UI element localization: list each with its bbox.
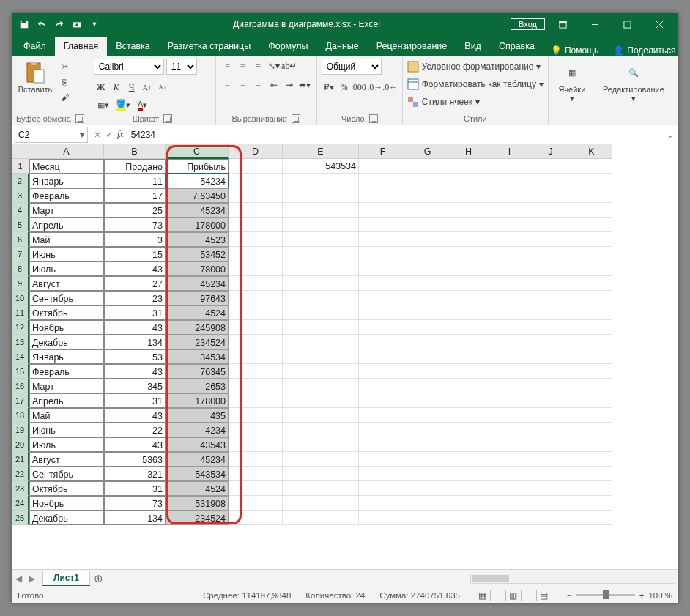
cell[interactable] (229, 452, 283, 467)
cell[interactable] (571, 335, 612, 349)
cell[interactable] (571, 291, 612, 305)
cell[interactable] (448, 335, 489, 349)
currency-icon[interactable]: ₽▾ (322, 80, 336, 94)
cell[interactable] (283, 320, 359, 335)
col-head-I[interactable]: I (489, 144, 530, 159)
cell[interactable] (229, 349, 283, 364)
cell[interactable] (283, 379, 359, 393)
font-size-select[interactable]: 11 (166, 59, 197, 75)
cell[interactable] (407, 159, 448, 174)
align-bottom-icon[interactable]: ≡ (251, 59, 266, 73)
cell[interactable]: 97643 (166, 291, 229, 305)
cell[interactable] (530, 408, 571, 423)
cell[interactable]: 15 (104, 247, 166, 261)
maximize-icon[interactable] (612, 14, 642, 34)
cell[interactable] (448, 452, 489, 467)
view-normal-icon[interactable]: ▦ (475, 590, 491, 601)
cell[interactable] (571, 379, 612, 393)
cell[interactable] (571, 188, 612, 203)
cell[interactable] (229, 437, 283, 452)
font-launcher[interactable] (163, 114, 172, 123)
cell[interactable] (229, 261, 283, 276)
cell[interactable] (407, 423, 448, 437)
cell[interactable] (359, 364, 407, 379)
align-center-icon[interactable]: ≡ (236, 78, 251, 92)
cell[interactable] (407, 335, 448, 349)
cell[interactable] (229, 159, 283, 174)
cell[interactable] (571, 364, 612, 379)
cell[interactable] (448, 437, 489, 452)
cell[interactable]: Апрель (29, 393, 104, 408)
clipboard-launcher[interactable] (75, 114, 84, 123)
cell[interactable]: 17 (104, 188, 166, 203)
cell[interactable]: 245908 (166, 320, 229, 335)
cell[interactable]: 31 (104, 393, 166, 408)
cell[interactable] (283, 247, 359, 261)
cell[interactable] (229, 232, 283, 247)
cell[interactable]: 178000 (166, 218, 229, 232)
cell[interactable] (489, 335, 530, 349)
cell[interactable]: 234524 (166, 335, 229, 349)
cell[interactable] (407, 379, 448, 393)
cell[interactable]: 53452 (166, 247, 229, 261)
cell[interactable] (283, 188, 359, 203)
cell[interactable] (489, 452, 530, 467)
cell[interactable]: Ноябрь (29, 496, 104, 511)
align-top-icon[interactable]: ≡ (220, 59, 235, 73)
row-head[interactable]: 19 (12, 423, 29, 437)
orientation-icon[interactable]: ⤡▾ (267, 59, 281, 73)
cell[interactable]: 5363 (104, 452, 166, 467)
font-color-icon[interactable]: A▾ (133, 97, 152, 112)
paste-button[interactable]: Вставить (16, 59, 54, 94)
cell[interactable] (530, 261, 571, 276)
cell[interactable] (571, 247, 612, 261)
cell[interactable] (359, 261, 407, 276)
cell[interactable] (571, 232, 612, 247)
cell[interactable] (359, 496, 407, 511)
cell[interactable] (229, 335, 283, 349)
cell[interactable]: 43 (104, 408, 166, 423)
cell[interactable]: Декабрь (29, 511, 104, 525)
cell[interactable]: Март (29, 379, 104, 393)
cell[interactable] (489, 188, 530, 203)
cell[interactable] (283, 305, 359, 320)
col-head-D[interactable]: D (229, 144, 283, 159)
cell[interactable]: Октябрь (29, 305, 104, 320)
cell[interactable] (283, 364, 359, 379)
cell[interactable] (407, 232, 448, 247)
decimal-decrease-icon[interactable]: .0← (383, 80, 398, 94)
cell[interactable] (359, 511, 407, 525)
cell[interactable]: Январь (29, 349, 104, 364)
cell[interactable] (407, 305, 448, 320)
number-launcher[interactable] (369, 114, 378, 123)
cell[interactable] (283, 408, 359, 423)
align-right-icon[interactable]: ≡ (251, 78, 266, 92)
cell[interactable] (407, 481, 448, 496)
cell[interactable]: Месяц (29, 159, 104, 174)
col-head-E[interactable]: E (283, 144, 359, 159)
cell[interactable] (489, 511, 530, 525)
cell[interactable] (571, 408, 612, 423)
cell[interactable] (283, 349, 359, 364)
cell[interactable] (530, 276, 571, 291)
cell[interactable] (448, 291, 489, 305)
cell[interactable] (407, 320, 448, 335)
cell[interactable] (229, 218, 283, 232)
cell[interactable] (229, 393, 283, 408)
cell[interactable] (571, 305, 612, 320)
cell[interactable] (530, 320, 571, 335)
cell[interactable] (448, 408, 489, 423)
cell[interactable] (448, 467, 489, 481)
row-head[interactable]: 3 (12, 188, 29, 203)
cell[interactable] (571, 511, 612, 525)
cell[interactable] (448, 320, 489, 335)
cell[interactable] (359, 276, 407, 291)
row-head[interactable]: 4 (12, 203, 29, 218)
cell[interactable] (489, 276, 530, 291)
row-head[interactable]: 14 (12, 349, 29, 364)
cell[interactable] (571, 467, 612, 481)
cell[interactable] (530, 452, 571, 467)
cell[interactable]: 43 (104, 364, 166, 379)
sheet-nav-prev-icon[interactable]: ◀ (12, 574, 25, 584)
cell[interactable] (530, 481, 571, 496)
